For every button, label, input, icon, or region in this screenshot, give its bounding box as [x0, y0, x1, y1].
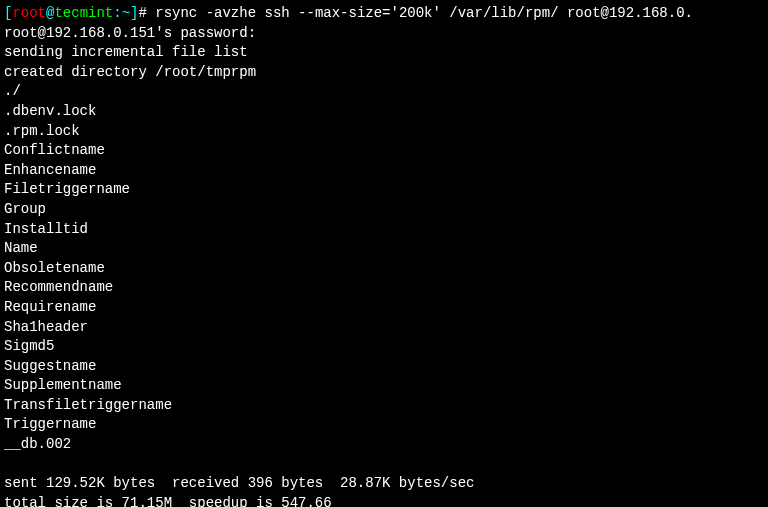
prompt-user: root — [12, 5, 46, 21]
output-block: root@192.168.0.151's password: sending i… — [4, 24, 764, 507]
terminal-window[interactable]: [root@tecmint:~]# rsync -avzhe ssh --max… — [4, 4, 764, 507]
command-text: rsync -avzhe ssh --max-size='200k' /var/… — [147, 5, 693, 21]
prompt-hash: # — [138, 5, 146, 21]
prompt-path: ~ — [122, 5, 130, 21]
prompt-colon: : — [113, 5, 121, 21]
prompt-host: tecmint — [54, 5, 113, 21]
prompt-line-1: [root@tecmint:~]# rsync -avzhe ssh --max… — [4, 5, 693, 21]
